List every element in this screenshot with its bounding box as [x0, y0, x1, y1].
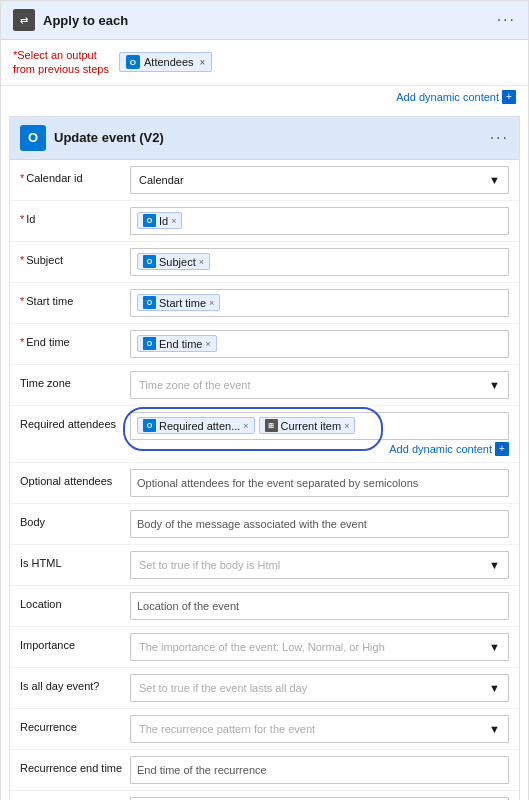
- recurrence-label: Recurrence: [20, 715, 130, 734]
- timezone-row: Time zone Time zone of the event ▼: [10, 365, 519, 406]
- timezone-value: Time zone of the event: [139, 379, 251, 391]
- required-attendees-label: Required attendees: [20, 412, 130, 431]
- occurrences-label: Number of occurrences: [20, 797, 130, 800]
- importance-row: Importance The importance of the event: …: [10, 627, 519, 668]
- req-add-dynamic-label: Add dynamic content: [389, 443, 492, 455]
- subject-field[interactable]: O Subject ×: [130, 248, 509, 276]
- is-html-row: Is HTML Set to true if the body is Html …: [10, 545, 519, 586]
- body-label: Body: [20, 510, 130, 529]
- location-row: Location Location of the event: [10, 586, 519, 627]
- required-attendees-tag2: ⊞ Current item ×: [259, 417, 356, 434]
- end-time-tag-label: End time: [159, 338, 202, 350]
- subject-label: Subject: [20, 248, 130, 267]
- required-attendees-row: Required attendees O Required atten... ×…: [10, 406, 519, 463]
- is-html-chevron: ▼: [489, 559, 500, 571]
- subject-tag-close[interactable]: ×: [199, 257, 204, 267]
- importance-chevron: ▼: [489, 641, 500, 653]
- req-tag2-icon: ⊞: [265, 419, 278, 432]
- attendees-chip-icon: O: [126, 55, 140, 69]
- all-day-dropdown[interactable]: Set to true if the event lasts all day ▼: [130, 674, 509, 702]
- is-html-dropdown[interactable]: Set to true if the body is Html ▼: [130, 551, 509, 579]
- req-add-dynamic-row: Add dynamic content +: [130, 442, 509, 456]
- body-row: Body Body of the message associated with…: [10, 504, 519, 545]
- start-time-tag-close[interactable]: ×: [209, 298, 214, 308]
- end-time-tag: O End time ×: [137, 335, 217, 352]
- apply-header-left: ⇄ Apply to each: [13, 9, 128, 31]
- is-html-label: Is HTML: [20, 551, 130, 570]
- subject-row: Subject O Subject ×: [10, 242, 519, 283]
- end-time-row: End time O End time ×: [10, 324, 519, 365]
- apply-title: Apply to each: [43, 13, 128, 28]
- subject-tag: O Subject ×: [137, 253, 210, 270]
- recurrence-end-field[interactable]: End time of the recurrence: [130, 756, 509, 784]
- importance-dropdown[interactable]: The importance of the event: Low, Normal…: [130, 633, 509, 661]
- recurrence-dropdown[interactable]: The recurrence pattern for the event ▼: [130, 715, 509, 743]
- timezone-dropdown[interactable]: Time zone of the event ▼: [130, 371, 509, 399]
- timezone-label: Time zone: [20, 371, 130, 390]
- recurrence-row: Recurrence The recurrence pattern for th…: [10, 709, 519, 750]
- calendar-id-row: Calendar id Calendar ▼: [10, 160, 519, 201]
- attendees-chip[interactable]: O Attendees ×: [119, 52, 212, 72]
- update-event-title: Update event (V2): [54, 130, 164, 145]
- id-tag-label: Id: [159, 215, 168, 227]
- location-label: Location: [20, 592, 130, 611]
- optional-attendees-placeholder: Optional attendees for the event separat…: [137, 477, 418, 489]
- attendees-chip-close[interactable]: ×: [200, 57, 206, 68]
- location-field[interactable]: Location of the event: [130, 592, 509, 620]
- req-tag1-label: Required atten...: [159, 420, 240, 432]
- all-day-row: Is all day event? Set to true if the eve…: [10, 668, 519, 709]
- timezone-chevron: ▼: [489, 379, 500, 391]
- add-dynamic-label: Add dynamic content: [396, 91, 499, 103]
- update-event-header-left: O Update event (V2): [20, 125, 164, 151]
- calendar-id-chevron: ▼: [489, 174, 500, 186]
- optional-attendees-field[interactable]: Optional attendees for the event separat…: [130, 469, 509, 497]
- outlook-icon: O: [20, 125, 46, 151]
- apply-more-button[interactable]: ···: [497, 11, 516, 29]
- calendar-id-value: Calendar: [139, 174, 184, 186]
- all-day-chevron: ▼: [489, 682, 500, 694]
- req-tag2-close[interactable]: ×: [344, 421, 349, 431]
- req-add-dynamic-plus-icon: +: [495, 442, 509, 456]
- end-time-label: End time: [20, 330, 130, 349]
- update-event-header: O Update event (V2) ···: [10, 117, 519, 160]
- optional-attendees-label: Optional attendees: [20, 469, 130, 488]
- start-time-row: Start time O Start time ×: [10, 283, 519, 324]
- is-html-value: Set to true if the body is Html: [139, 559, 280, 571]
- recurrence-end-placeholder: End time of the recurrence: [137, 764, 267, 776]
- req-tag1-close[interactable]: ×: [243, 421, 248, 431]
- body-placeholder: Body of the message associated with the …: [137, 518, 367, 530]
- id-tag-close[interactable]: ×: [171, 216, 176, 226]
- location-placeholder: Location of the event: [137, 600, 239, 612]
- calendar-id-dropdown[interactable]: Calendar ▼: [130, 166, 509, 194]
- required-attendees-container: O Required atten... × ⊞ Current item × A…: [130, 412, 509, 456]
- required-attendees-tag1: O Required atten... ×: [137, 417, 255, 434]
- req-tag2-label: Current item: [281, 420, 342, 432]
- apply-icon: ⇄: [13, 9, 35, 31]
- start-time-field[interactable]: O Start time ×: [130, 289, 509, 317]
- required-attendees-field[interactable]: O Required atten... × ⊞ Current item ×: [130, 412, 509, 440]
- end-time-field[interactable]: O End time ×: [130, 330, 509, 358]
- all-day-label: Is all day event?: [20, 674, 130, 693]
- req-add-dynamic-button[interactable]: Add dynamic content +: [389, 442, 509, 456]
- add-dynamic-button[interactable]: Add dynamic content +: [396, 90, 516, 104]
- apply-to-each-header: ⇄ Apply to each ···: [1, 1, 528, 40]
- recurrence-value: The recurrence pattern for the event: [139, 723, 315, 735]
- occurrences-row: Number of occurrences How many times to …: [10, 791, 519, 800]
- body-field[interactable]: Body of the message associated with the …: [130, 510, 509, 538]
- end-time-tag-icon: O: [143, 337, 156, 350]
- occurrences-field[interactable]: How many times to repeat the event: [130, 797, 509, 800]
- select-output-row: *Select an output from previous steps O …: [1, 40, 528, 86]
- subject-tag-label: Subject: [159, 256, 196, 268]
- end-time-tag-close[interactable]: ×: [205, 339, 210, 349]
- id-field[interactable]: O Id ×: [130, 207, 509, 235]
- id-tag: O Id ×: [137, 212, 182, 229]
- subject-tag-icon: O: [143, 255, 156, 268]
- start-time-tag-label: Start time: [159, 297, 206, 309]
- all-day-value: Set to true if the event lasts all day: [139, 682, 307, 694]
- update-event-more-button[interactable]: ···: [490, 129, 509, 147]
- update-event-card: O Update event (V2) ··· Calendar id Cale…: [9, 116, 520, 800]
- start-time-label: Start time: [20, 289, 130, 308]
- calendar-id-label: Calendar id: [20, 166, 130, 185]
- id-label: Id: [20, 207, 130, 226]
- recurrence-end-row: Recurrence end time End time of the recu…: [10, 750, 519, 791]
